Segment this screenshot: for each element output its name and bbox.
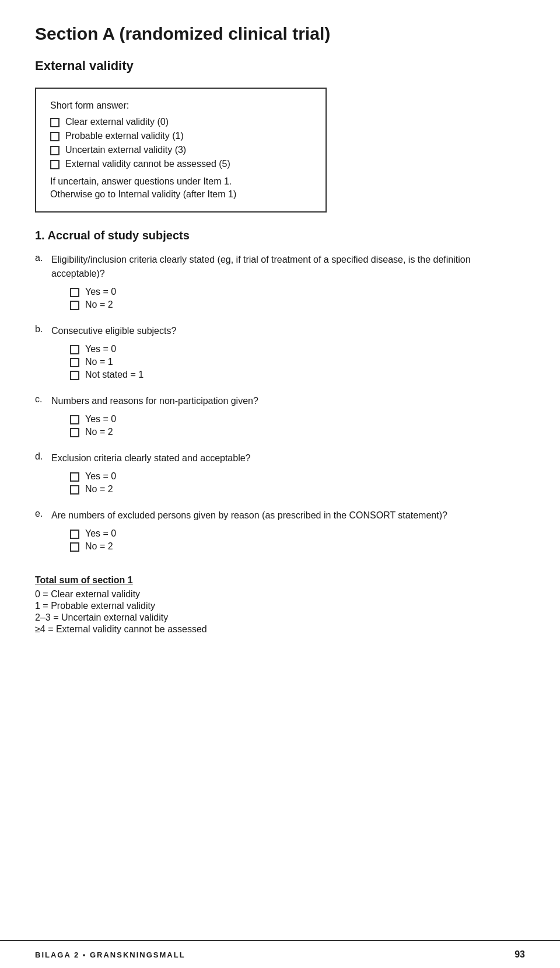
question-b-option-label-1: No = 1 [85, 357, 113, 367]
total-sum-item-3: ≥4 = External validity cannot be assesse… [35, 624, 525, 635]
question-e-option-1[interactable]: No = 2 [70, 541, 525, 552]
question-c-option-0[interactable]: Yes = 0 [70, 414, 525, 424]
question-b-options: Yes = 0 No = 1 Not stated = 1 [70, 344, 525, 380]
question-c-option-1[interactable]: No = 2 [70, 427, 525, 437]
question-c-option-label-1: No = 2 [85, 427, 113, 437]
box-note-1: If uncertain, answer questions under Ite… [50, 176, 312, 187]
question-c-option-label-0: Yes = 0 [85, 414, 116, 424]
question-e-letter: e. [35, 509, 47, 519]
question-b-block: b. Consecutive eligible subjects? Yes = … [35, 324, 525, 380]
question-d-block: d. Exclusion criteria clearly stated and… [35, 451, 525, 495]
question-e-text: Are numbers of excluded persons given by… [51, 509, 447, 523]
question-c-letter: c. [35, 394, 47, 405]
short-form-item-label-2: Uncertain external validity (3) [65, 145, 186, 155]
question-c-options: Yes = 0 No = 2 [70, 414, 525, 437]
checkbox-icon-e1 [70, 542, 79, 552]
footer-right-text: 93 [514, 949, 525, 960]
footer-left-text: BILAGA 2 • GRANSKNINGSMALL [35, 950, 186, 959]
checkbox-icon-d1 [70, 485, 79, 495]
question-a-letter: a. [35, 253, 47, 263]
question-b-option-0[interactable]: Yes = 0 [70, 344, 525, 354]
footer: BILAGA 2 • GRANSKNINGSMALL 93 [0, 940, 560, 968]
total-sum-item-0: 0 = Clear external validity [35, 589, 525, 600]
question-a-option-0[interactable]: Yes = 0 [70, 287, 525, 297]
checkbox-icon-1 [50, 132, 60, 141]
short-form-box: Short form answer: Clear external validi… [35, 88, 327, 213]
short-form-item-2[interactable]: Uncertain external validity (3) [50, 145, 312, 155]
total-sum-section: Total sum of section 1 0 = Clear externa… [35, 575, 525, 635]
checkbox-icon-b2 [70, 371, 79, 380]
question-b-letter: b. [35, 324, 47, 335]
question-e-options: Yes = 0 No = 2 [70, 528, 525, 552]
question-d-options: Yes = 0 No = 2 [70, 471, 525, 495]
question-e-option-label-1: No = 2 [85, 541, 113, 552]
total-sum-item-2: 2–3 = Uncertain external validity [35, 612, 525, 623]
question-a-text: Eligibility/inclusion criteria clearly s… [51, 253, 525, 281]
checkbox-icon-0 [50, 118, 60, 127]
short-form-item-0[interactable]: Clear external validity (0) [50, 117, 312, 127]
checkbox-icon-2 [50, 146, 60, 155]
question-d-text: Exclusion criteria clearly stated and ac… [51, 451, 251, 465]
short-form-item-label-3: External validity cannot be assessed (5) [65, 159, 230, 169]
short-form-label: Short form answer: [50, 100, 312, 111]
question-d-option-0[interactable]: Yes = 0 [70, 471, 525, 482]
checkbox-icon-c1 [70, 428, 79, 437]
question-e-option-0[interactable]: Yes = 0 [70, 528, 525, 539]
question-c-block: c. Numbers and reasons for non-participa… [35, 394, 525, 437]
checkbox-icon-b1 [70, 358, 79, 367]
checkbox-icon-a0 [70, 288, 79, 297]
question-d-option-label-0: Yes = 0 [85, 471, 116, 482]
question-b-text: Consecutive eligible subjects? [51, 324, 176, 338]
total-sum-item-1: 1 = Probable external validity [35, 601, 525, 611]
question-e-option-label-0: Yes = 0 [85, 528, 116, 539]
box-note-2: Otherwise go to Internal validity (after… [50, 189, 312, 200]
checkbox-icon-d0 [70, 472, 79, 482]
checkbox-icon-e0 [70, 530, 79, 539]
short-form-item-label-0: Clear external validity (0) [65, 117, 169, 127]
checkbox-icon-b0 [70, 345, 79, 354]
page-title: Section A (randomized clinical trial) [35, 23, 525, 44]
question-e-block: e. Are numbers of excluded persons given… [35, 509, 525, 552]
question-d-letter: d. [35, 451, 47, 462]
checkbox-icon-c0 [70, 415, 79, 424]
question-a-options: Yes = 0 No = 2 [70, 287, 525, 310]
accrual-title: 1. Accrual of study subjects [35, 229, 525, 242]
question-a-option-label-0: Yes = 0 [85, 287, 116, 297]
short-form-item-3[interactable]: External validity cannot be assessed (5) [50, 159, 312, 169]
total-sum-title: Total sum of section 1 [35, 575, 525, 586]
question-d-option-label-1: No = 2 [85, 484, 113, 495]
question-b-option-2[interactable]: Not stated = 1 [70, 370, 525, 380]
section-title: External validity [35, 58, 525, 74]
question-b-option-1[interactable]: No = 1 [70, 357, 525, 367]
checkbox-icon-3 [50, 160, 60, 169]
question-d-option-1[interactable]: No = 2 [70, 484, 525, 495]
question-a-block: a. Eligibility/inclusion criteria clearl… [35, 253, 525, 310]
short-form-item-1[interactable]: Probable external validity (1) [50, 131, 312, 141]
question-a-option-1[interactable]: No = 2 [70, 300, 525, 310]
question-b-option-label-0: Yes = 0 [85, 344, 116, 354]
question-b-option-label-2: Not stated = 1 [85, 370, 144, 380]
question-c-text: Numbers and reasons for non-participatio… [51, 394, 258, 408]
short-form-item-label-1: Probable external validity (1) [65, 131, 184, 141]
checkbox-icon-a1 [70, 301, 79, 310]
question-a-option-label-1: No = 2 [85, 300, 113, 310]
